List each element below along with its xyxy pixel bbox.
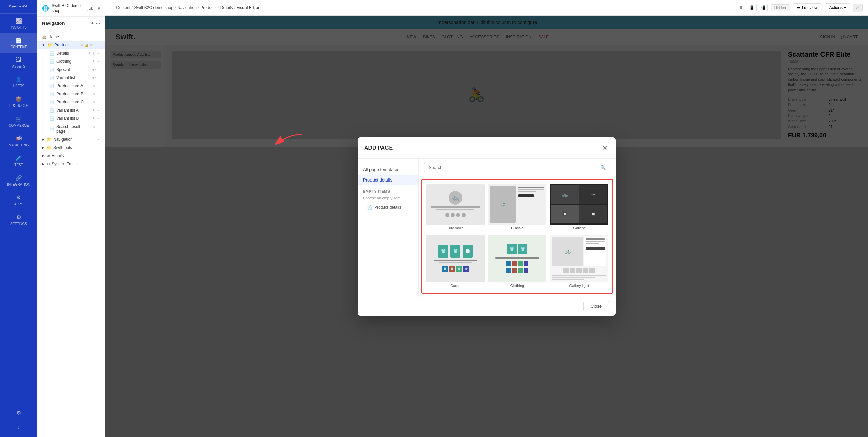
- sidebar-item-content[interactable]: 📄 CONTENT: [0, 33, 37, 53]
- tree-item-actions: ⋯: [97, 146, 100, 150]
- tree-item-actions: ✏ 🔒 👁 + ⋯: [81, 43, 100, 47]
- breadcrumb-products[interactable]: Products: [200, 5, 216, 10]
- sidebar-item-users[interactable]: 👤 USERS: [0, 72, 37, 92]
- breadcrumb-item[interactable]: ←: [111, 5, 115, 10]
- modal-search: 🔍: [419, 159, 616, 176]
- tree-label: System Emails: [52, 162, 78, 166]
- mail-icon: ✉: [47, 154, 50, 158]
- modal-header: ADD PAGE ✕: [358, 137, 616, 159]
- breadcrumb-navigation[interactable]: Navigation: [177, 5, 197, 10]
- sidebar-bottom: ⚙ ↕: [14, 407, 24, 437]
- sidebar-item-integration[interactable]: 🔗 INTEGRATION: [0, 171, 37, 190]
- modal-search-box[interactable]: 🔍: [424, 163, 610, 172]
- breadcrumb-visual-editor: Visual Editor: [237, 5, 259, 10]
- tree-item-product-card-b[interactable]: 📄 Product card B 👁 ⋯: [37, 90, 105, 98]
- list-view-button[interactable]: ☰ List view: [793, 3, 822, 12]
- page-icon: 📄: [50, 92, 54, 96]
- tree-item-special[interactable]: 📄 Special 👁 ⋯: [37, 65, 105, 74]
- tree-item-system-emails[interactable]: ▶ ✉ System Emails ⋯: [37, 160, 105, 168]
- apps-icon: ⚙: [16, 194, 21, 201]
- tree-label: Search result page: [56, 124, 90, 134]
- sidebar-item-label: SETTINGS: [10, 222, 27, 226]
- top-bar-actions: 🖥 📱 📲 Hidden ☰ List view Actions ▾ ⤢: [737, 3, 863, 12]
- sidebar-item-commerce[interactable]: 🛒 COMMERCE: [0, 112, 37, 131]
- tree-item-actions: 👁 ⋯: [92, 60, 100, 63]
- desktop-view-icon[interactable]: 🖥: [737, 4, 745, 12]
- breadcrumb-shop[interactable]: Swift B2C demo shop: [134, 5, 173, 10]
- template-thumb-classic: 🚲: [488, 184, 546, 225]
- tree-item-variant-list[interactable]: 📄 Variant list 👁 ⋯: [37, 74, 105, 82]
- modal-sidebar-product-details[interactable]: Product details: [358, 175, 418, 185]
- sidebar-item-label: TEST: [14, 163, 23, 167]
- insights-icon: 📈: [15, 18, 22, 24]
- tree-label: Details: [56, 51, 69, 56]
- sidebar-item-label: ASSETS: [12, 64, 25, 68]
- tree-item-navigation[interactable]: ▶ 📁 Navigation ⋯: [37, 135, 105, 144]
- sidebar-item-settings[interactable]: ⚙ SETTINGS: [0, 210, 37, 230]
- shop-locale: GB: [87, 6, 95, 11]
- template-card-gallery[interactable]: 🚲 ▪▪▪ 🔲 🔲 Gallery: [550, 184, 608, 231]
- sidebar-item-label: MARKETING: [8, 143, 29, 147]
- help-button[interactable]: ⚙: [14, 407, 24, 419]
- modal-sidebar-empty-product-details[interactable]: 📄 Product details: [358, 203, 418, 212]
- settings-icon: ⚙: [16, 214, 21, 221]
- sidebar-item-assets[interactable]: 🖼 ASSETS: [0, 53, 37, 72]
- tree-item-emails[interactable]: ▶ ✉ Emails ⋯: [37, 152, 105, 160]
- breadcrumb-sep: /: [218, 5, 219, 10]
- template-label: Buy more: [426, 225, 485, 231]
- tree-item-products[interactable]: ▼ 📁 Products ✏ 🔒 👁 + ⋯: [37, 41, 105, 49]
- tree-item-actions: 👁 ⋯: [92, 92, 100, 96]
- tree-label: Variant list: [56, 75, 75, 80]
- breadcrumb-details[interactable]: Details: [220, 5, 233, 10]
- page-icon: 📄: [50, 76, 54, 80]
- tree-label: Emails: [52, 153, 64, 158]
- modal-overlay: ADD PAGE ✕ All page templates Product de…: [105, 16, 868, 437]
- nav-add-icon[interactable]: +: [91, 21, 94, 26]
- breadcrumb-content[interactable]: Content: [116, 5, 130, 10]
- tree-label: Product card B: [56, 92, 83, 96]
- tree-item-details[interactable]: 📄 Details 👁 ⚙ ⋯: [37, 49, 105, 57]
- sidebar-item-marketing[interactable]: 📢 MARKETING: [0, 131, 37, 151]
- tree-item-search-result[interactable]: 📄 Search result page 👁 ⋯: [37, 122, 105, 135]
- template-card-buy-more[interactable]: 🚲: [426, 184, 485, 231]
- mobile-view-icon[interactable]: 📲: [758, 4, 768, 12]
- modal-close-button[interactable]: ✕: [601, 143, 609, 153]
- app-logo[interactable]: DynamicWeb: [0, 0, 37, 14]
- nav-panel-header: Navigation + ⋯: [37, 17, 105, 30]
- sidebar-item-test[interactable]: 🧪 TEST: [0, 151, 37, 171]
- modal-sidebar-section-empty: EMPTY ITEMS: [358, 185, 418, 195]
- nav-more-icon[interactable]: ⋯: [96, 21, 100, 26]
- shop-dropdown[interactable]: ▾: [98, 6, 100, 11]
- tree-item-clothing[interactable]: 📄 Clothing 👁 ⋯: [37, 57, 105, 65]
- tablet-view-icon[interactable]: 📱: [747, 4, 757, 12]
- tree-item-swift-tools[interactable]: ▶ 📁 Swift tools ⋯: [37, 144, 105, 152]
- template-label: Classic: [488, 225, 546, 231]
- actions-button[interactable]: Actions ▾: [825, 3, 850, 12]
- tree-item-variant-list-a[interactable]: 📄 Variant list A 👁 ⋯: [37, 106, 105, 114]
- template-card-cards[interactable]: 👕 👕 📄 👕: [426, 235, 485, 289]
- modal-search-input[interactable]: [429, 165, 598, 170]
- template-col-2: 🚲: [488, 184, 546, 289]
- template-card-clothing[interactable]: 👕 👕: [488, 235, 546, 289]
- tree-item-actions: 👁 ⋯: [92, 84, 100, 88]
- expand-arrow: ▼: [42, 43, 45, 47]
- user-button[interactable]: ↕: [15, 421, 23, 433]
- tree-item-product-card-c[interactable]: 📄 Product card C 👁 ⋯: [37, 98, 105, 106]
- tree-item-actions: 👁 ⋯: [92, 76, 100, 80]
- sidebar-item-products[interactable]: 📦 PRODUCTS: [0, 92, 37, 112]
- page-icon: 📄: [50, 84, 54, 88]
- modal-footer-close-button[interactable]: Close: [583, 301, 609, 311]
- tree-item-product-card-a[interactable]: 📄 Product card A 👁 ⋯: [37, 82, 105, 90]
- template-label: Gallery: [550, 225, 608, 231]
- template-card-classic[interactable]: 🚲: [488, 184, 546, 231]
- expand-button[interactable]: ⤢: [853, 4, 863, 12]
- modal-sidebar-all-templates[interactable]: All page templates: [358, 164, 418, 175]
- add-page-modal: ADD PAGE ✕ All page templates Product de…: [358, 137, 616, 316]
- tree-item-variant-list-b[interactable]: 📄 Variant list B 👁 ⋯: [37, 114, 105, 122]
- sidebar-item-insights[interactable]: 📈 INSIGHTS: [0, 14, 37, 33]
- tree-item-home[interactable]: 🏠 Home: [37, 33, 105, 41]
- sidebar-item-label: CONTENT: [11, 45, 27, 49]
- sidebar-item-apps[interactable]: ⚙ APPS: [0, 190, 37, 210]
- template-card-gallery-light[interactable]: 🚲: [550, 235, 608, 289]
- list-icon: ☰: [797, 5, 801, 10]
